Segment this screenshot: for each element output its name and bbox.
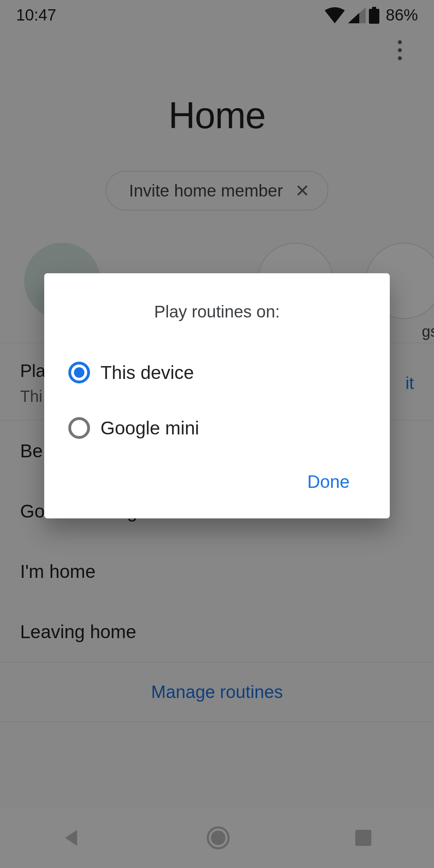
dialog-title: Play routines on: [44, 302, 390, 321]
radio-icon [68, 417, 90, 439]
radio-label: This device [100, 362, 194, 383]
done-button[interactable]: Done [299, 465, 358, 498]
play-routines-dialog: Play routines on: This device Google min… [44, 273, 390, 518]
radio-option-google-mini[interactable]: Google mini [68, 405, 366, 451]
radio-icon [68, 362, 90, 383]
dialog-actions: Done [44, 451, 390, 498]
radio-option-this-device[interactable]: This device [68, 350, 366, 395]
radio-label: Google mini [100, 417, 199, 439]
radio-group: This device Google mini [44, 350, 390, 451]
